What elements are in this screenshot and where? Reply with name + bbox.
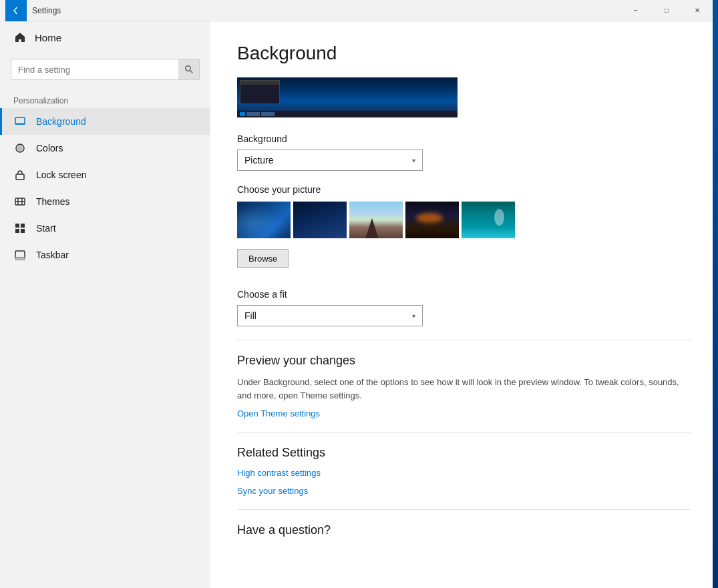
home-button[interactable]: Home bbox=[0, 21, 210, 53]
sidebar-item-start[interactable]: Start bbox=[0, 215, 210, 242]
preview-section-title: Preview your changes bbox=[237, 354, 691, 368]
home-icon bbox=[13, 31, 27, 44]
wallpaper-thumb-1[interactable] bbox=[237, 202, 291, 238]
section-group-label: Personalization bbox=[0, 91, 210, 108]
sidebar-label-colors: Colors bbox=[36, 143, 63, 154]
have-question-title: Have a question? bbox=[237, 523, 691, 537]
background-dropdown-label: Background bbox=[237, 133, 691, 144]
wallpaper-thumb-3[interactable] bbox=[349, 202, 403, 238]
choose-picture-label: Choose your picture bbox=[237, 184, 691, 195]
content-area: Background Background Picture ▾ Choose y… bbox=[210, 21, 718, 588]
fit-dropdown-value: Fill bbox=[244, 310, 412, 321]
sidebar-item-lock-screen[interactable]: Lock screen bbox=[0, 162, 210, 188]
close-button[interactable]: ✕ bbox=[682, 0, 713, 21]
right-edge-accent bbox=[713, 0, 718, 588]
page-title: Background bbox=[237, 43, 691, 64]
search-button[interactable] bbox=[178, 59, 200, 80]
lock-screen-icon bbox=[13, 168, 27, 182]
wallpaper-thumb-2[interactable] bbox=[293, 202, 347, 238]
svg-line-1 bbox=[190, 71, 192, 73]
svg-rect-3 bbox=[15, 123, 25, 125]
preview-window-bar bbox=[240, 81, 279, 85]
search-input[interactable] bbox=[11, 59, 200, 80]
divider-3 bbox=[237, 509, 691, 510]
svg-point-0 bbox=[185, 66, 190, 71]
svg-rect-15 bbox=[15, 258, 25, 260]
svg-rect-10 bbox=[15, 224, 19, 228]
svg-rect-14 bbox=[15, 251, 25, 258]
sidebar-label-start: Start bbox=[36, 223, 56, 234]
high-contrast-link[interactable]: High contrast settings bbox=[237, 468, 691, 478]
app-container: Home Personalization Background bbox=[0, 21, 718, 588]
window-title: Settings bbox=[32, 6, 620, 15]
preview-taskbar-item bbox=[261, 112, 275, 116]
sidebar: Home Personalization Background bbox=[0, 21, 210, 588]
sidebar-label-taskbar: Taskbar bbox=[36, 250, 69, 260]
home-label: Home bbox=[35, 32, 61, 43]
dropdown-chevron-icon: ▾ bbox=[412, 157, 415, 164]
svg-rect-5 bbox=[16, 174, 24, 180]
wallpaper-thumb-5[interactable] bbox=[462, 202, 515, 238]
sidebar-label-lock-screen: Lock screen bbox=[36, 170, 86, 180]
divider-2 bbox=[237, 432, 691, 432]
title-bar: Settings − □ ✕ bbox=[0, 0, 718, 21]
fit-dropdown[interactable]: Fill ▾ bbox=[237, 305, 423, 326]
background-icon bbox=[13, 115, 27, 128]
start-icon bbox=[13, 222, 27, 235]
preview-taskbar bbox=[237, 111, 458, 117]
divider-1 bbox=[237, 340, 691, 340]
minimize-button[interactable]: − bbox=[620, 0, 651, 21]
search-box bbox=[11, 59, 200, 80]
svg-rect-13 bbox=[21, 229, 25, 233]
picture-grid bbox=[237, 202, 691, 238]
themes-icon bbox=[13, 195, 27, 208]
wallpaper-thumb-4[interactable] bbox=[405, 202, 459, 238]
sidebar-label-themes: Themes bbox=[36, 196, 70, 207]
colors-icon bbox=[13, 141, 27, 155]
background-dropdown-value: Picture bbox=[244, 155, 412, 166]
sidebar-label-background: Background bbox=[36, 116, 86, 127]
maximize-button[interactable]: □ bbox=[651, 0, 682, 21]
choose-fit-label: Choose a fit bbox=[237, 289, 691, 300]
browse-button[interactable]: Browse bbox=[237, 249, 289, 268]
preview-image bbox=[237, 77, 458, 117]
sidebar-item-background[interactable]: Background bbox=[0, 108, 210, 135]
sidebar-item-themes[interactable]: Themes bbox=[0, 188, 210, 215]
sync-settings-link[interactable]: Sync your settings bbox=[237, 486, 691, 496]
preview-start-button bbox=[240, 112, 245, 116]
fit-dropdown-chevron-icon: ▾ bbox=[412, 312, 415, 320]
related-settings-title: Related Settings bbox=[237, 446, 691, 460]
open-theme-settings-link[interactable]: Open Theme settings bbox=[237, 408, 691, 418]
preview-taskbar-item bbox=[246, 112, 260, 116]
preview-taskbar-items bbox=[246, 112, 275, 116]
background-dropdown[interactable]: Picture ▾ bbox=[237, 150, 423, 171]
back-button[interactable] bbox=[5, 0, 27, 21]
svg-rect-12 bbox=[15, 229, 19, 233]
preview-description: Under Background, select one of the opti… bbox=[237, 376, 691, 402]
back-icon bbox=[11, 5, 21, 16]
sidebar-item-colors[interactable]: Colors bbox=[0, 135, 210, 162]
search-icon bbox=[185, 65, 193, 73]
taskbar-icon bbox=[13, 248, 27, 262]
preview-window bbox=[240, 80, 280, 104]
svg-rect-11 bbox=[21, 224, 25, 228]
window-controls: − □ ✕ bbox=[620, 0, 713, 21]
sidebar-item-taskbar[interactable]: Taskbar bbox=[0, 242, 210, 268]
